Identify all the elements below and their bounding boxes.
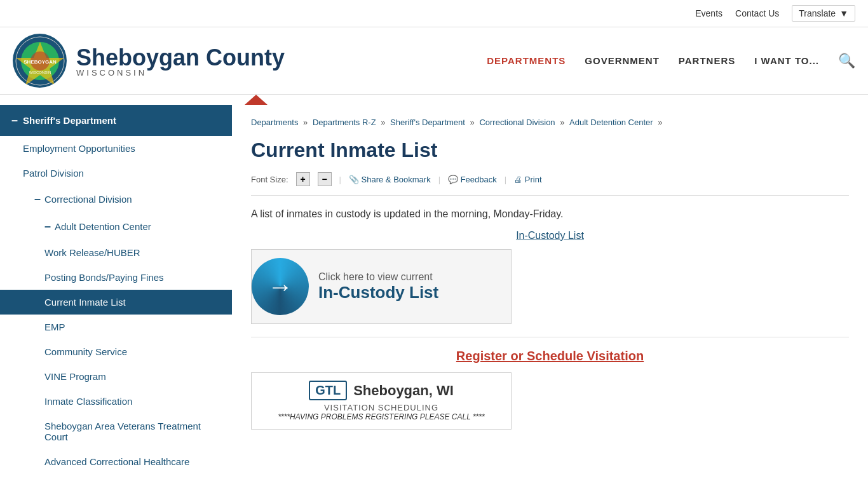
county-seal: SHEBOYGAN WISCONSIN	[13, 34, 67, 88]
banner-large-2: List	[409, 283, 438, 302]
breadcrumb-depts-rz[interactable]: Departments R-Z	[313, 118, 376, 127]
main-content: Departments » Departments R-Z » Sheriff'…	[232, 105, 868, 488]
banner-large-1: In-Custody	[318, 283, 405, 302]
section-divider	[251, 337, 849, 337]
sidebar-work-release[interactable]: Work Release/HUBER	[0, 240, 232, 265]
gtl-banner[interactable]: GTL Sheboygan, WI VISITATION SCHEDULING …	[251, 372, 512, 430]
breadcrumb-departments[interactable]: Departments	[251, 118, 298, 127]
top-bar: Events Contact Us Translate ▼	[0, 0, 868, 27]
page-title: Current Inmate List	[251, 139, 849, 162]
banner-arrow-icon: →	[268, 273, 293, 301]
font-decrease-button[interactable]: −	[318, 172, 332, 186]
county-name: Sheboygan County	[76, 44, 285, 71]
nav-partners[interactable]: PARTNERS	[679, 55, 735, 66]
gtl-subtitle: VISITATION SCHEDULING	[324, 403, 438, 412]
events-link[interactable]: Events	[695, 8, 722, 18]
breadcrumb: Departments » Departments R-Z » Sheriff'…	[251, 118, 849, 127]
banner-large-text: In-Custody List	[318, 283, 501, 302]
correctional-collapse-icon: –	[34, 193, 41, 206]
register-visitation-link[interactable]: Register or Schedule Visitation	[251, 349, 849, 363]
departments-dropdown-arrow	[245, 95, 268, 105]
banner-arrow-circle: →	[252, 258, 309, 315]
nav-indicator	[0, 95, 868, 105]
gtl-top: GTL Sheboygan, WI	[309, 381, 454, 400]
share-bookmark-link[interactable]: 📎 Share & Bookmark	[349, 175, 431, 184]
svg-text:SHEBOYGAN: SHEBOYGAN	[24, 59, 57, 65]
logo-area: SHEBOYGAN WISCONSIN Sheboygan County WIS…	[13, 34, 285, 88]
gtl-warning: ****HAVING PROBLEMS REGISTERING PLEASE C…	[278, 412, 484, 421]
translate-button[interactable]: Translate ▼	[792, 5, 855, 22]
in-custody-link[interactable]: In-Custody List	[251, 230, 849, 241]
banner-text: Click here to view current In-Custody Li…	[309, 271, 511, 302]
sidebar-posting-bonds[interactable]: Posting Bonds/Paying Fines	[0, 265, 232, 290]
sidebar: – Sheriff's Department Employment Opport…	[0, 105, 232, 488]
sidebar-current-inmate[interactable]: Current Inmate List	[0, 290, 232, 315]
translate-label: Translate	[799, 8, 836, 18]
chevron-down-icon: ▼	[839, 8, 848, 18]
font-increase-button[interactable]: +	[296, 172, 310, 186]
main-layout: – Sheriff's Department Employment Opport…	[0, 105, 868, 488]
sidebar-veterans[interactable]: Sheboygan Area Veterans Treatment Court	[0, 414, 232, 449]
sidebar-emp[interactable]: EMP	[0, 315, 232, 339]
print-icon: 🖨	[514, 175, 522, 184]
contact-link[interactable]: Contact Us	[735, 8, 779, 18]
feedback-icon: 💬	[448, 175, 458, 184]
collapse-icon: –	[11, 114, 18, 127]
print-link[interactable]: 🖨 Print	[514, 175, 541, 184]
sidebar-community[interactable]: Community Service	[0, 339, 232, 364]
banner-small-text: Click here to view current	[318, 271, 501, 283]
gtl-logo: GTL	[309, 381, 347, 400]
in-custody-banner[interactable]: → Click here to view current In-Custody …	[251, 249, 512, 324]
description-text: A list of inmates in custody is updated …	[251, 208, 849, 220]
nav-departments[interactable]: DEPARTMENTS	[487, 55, 566, 66]
feedback-link[interactable]: 💬 Feedback	[448, 175, 497, 184]
sidebar-patrol[interactable]: Patrol Division	[0, 161, 232, 186]
nav-government[interactable]: GOVERNMENT	[585, 55, 660, 66]
sidebar-advanced[interactable]: Advanced Correctional Healthcare	[0, 449, 232, 474]
sidebar-adult-detention[interactable]: – Adult Detention Center	[0, 213, 232, 240]
svg-text:WISCONSIN: WISCONSIN	[29, 71, 51, 74]
search-button[interactable]: 🔍	[838, 53, 855, 69]
font-bar: Font Size: + − | 📎 Share & Bookmark | 💬 …	[251, 172, 849, 196]
breadcrumb-adult-detention[interactable]: Adult Detention Center	[569, 118, 653, 127]
site-header: SHEBOYGAN WISCONSIN Sheboygan County WIS…	[0, 27, 868, 95]
sidebar-sheriffs-dept[interactable]: – Sheriff's Department	[0, 105, 232, 136]
gtl-city: Sheboygan, WI	[353, 383, 454, 399]
breadcrumb-sheriffs[interactable]: Sheriff's Department	[390, 118, 465, 127]
nav-i-want-to[interactable]: I WANT TO...	[754, 55, 819, 66]
sidebar-employment[interactable]: Employment Opportunities	[0, 136, 232, 161]
share-icon: 📎	[349, 175, 359, 184]
breadcrumb-correctional[interactable]: Correctional Division	[479, 118, 555, 127]
adult-detention-collapse-icon: –	[44, 220, 51, 233]
sidebar-inmate-class[interactable]: Inmate Classification	[0, 389, 232, 414]
main-nav: DEPARTMENTS GOVERNMENT PARTNERS I WANT T…	[487, 53, 855, 69]
sidebar-vine[interactable]: VINE Program	[0, 364, 232, 389]
sidebar-correctional[interactable]: – Correctional Division	[0, 186, 232, 213]
font-size-label: Font Size:	[251, 175, 288, 184]
